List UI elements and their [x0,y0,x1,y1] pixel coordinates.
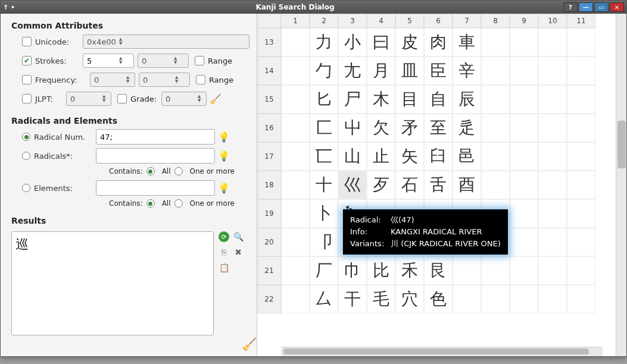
radical-cell[interactable]: 比 [367,256,395,285]
jlpt-checkbox[interactable] [22,94,32,103]
elements-radio[interactable] [22,184,30,192]
radical-cell[interactable] [481,285,510,313]
radical-cell[interactable]: 臼 [424,142,453,171]
radical-cell[interactable]: 艮 [424,256,453,285]
radical-cell[interactable]: 邑 [453,142,481,171]
radical-cell[interactable]: 皿 [395,57,424,85]
radical-num-input[interactable] [96,129,215,145]
row-header[interactable]: 16 [257,114,281,142]
radical-cell[interactable]: 月 [367,57,395,85]
radical-cell[interactable]: 止 [367,142,395,171]
radical-cell[interactable]: 木 [367,85,395,114]
row-header[interactable]: 13 [257,28,281,57]
elements-hint-icon[interactable]: 💡 [219,181,229,194]
radical-cell[interactable] [510,85,538,114]
radical-cell[interactable] [281,85,310,114]
radical-cell[interactable]: 卜 [310,199,338,228]
strokes-spinbox[interactable]: ▲▼ [83,54,134,68]
jlpt-spinbox[interactable]: ▲▼ [66,92,111,106]
radical-cell[interactable]: 歹 [367,171,395,199]
strokes-checkbox[interactable] [22,56,32,65]
radical-cell[interactable]: 矛 [395,114,424,142]
vertical-scrollbar[interactable] [616,14,626,356]
frequency-checkbox[interactable] [22,75,32,84]
radical-cell[interactable] [281,171,310,199]
radical-cell[interactable]: 車 [453,28,481,57]
radical-cell[interactable]: 曰 [367,28,395,57]
radical-cell[interactable] [281,199,310,228]
radical-cell[interactable] [453,256,481,285]
radical-cell[interactable] [510,285,538,313]
radical-cell[interactable] [481,142,510,171]
row-header[interactable]: 19 [257,199,281,228]
radical-cell[interactable] [567,199,595,228]
radical-cell[interactable]: 山 [338,142,367,171]
radical-cell[interactable]: 辛 [453,57,481,85]
frequency-range-spinbox[interactable]: ▲▼ [139,73,190,87]
radical-cell[interactable]: 目 [395,85,424,114]
radical-cell[interactable] [281,57,310,85]
radical-cell[interactable] [510,28,538,57]
elements-all-radio[interactable] [146,199,155,208]
radical-cell[interactable]: 禾 [395,256,424,285]
radical-cell[interactable] [281,142,310,171]
radical-cell[interactable] [567,285,595,313]
radical-cell[interactable]: 穴 [395,285,424,313]
row-header[interactable]: 20 [257,228,281,256]
radical-cell[interactable] [510,114,538,142]
copy-icon[interactable]: ⎘ [219,247,229,258]
radical-cell[interactable] [538,285,567,313]
radical-cell[interactable] [538,228,567,256]
radical-cell[interactable] [481,171,510,199]
radical-cell[interactable]: 舌 [424,171,453,199]
help-button[interactable]: ? [563,2,578,12]
row-header[interactable]: 15 [257,85,281,114]
radical-cell[interactable]: 辰 [453,85,481,114]
radical-cell[interactable] [567,142,595,171]
radicals-all-radio[interactable] [146,167,155,175]
radical-cell[interactable]: 肉 [424,28,453,57]
radical-num-hint-icon[interactable]: 💡 [219,130,229,143]
radical-cell[interactable] [538,85,567,114]
clipboard-icon[interactable]: 📋 [219,262,229,273]
radical-cell[interactable]: 臣 [424,57,453,85]
radical-cell[interactable]: 巾 [338,256,367,285]
radical-cell[interactable] [281,228,310,256]
radical-cell[interactable] [481,57,510,85]
grade-spinbox[interactable]: ▲▼ [161,92,207,106]
radical-cell[interactable]: 干 [338,285,367,313]
radical-cell[interactable]: 十 [310,171,338,199]
strokes-range-checkbox[interactable] [195,56,204,65]
radical-cell[interactable] [567,57,595,85]
radical-cell[interactable] [538,28,567,57]
grade-checkbox[interactable] [117,94,127,103]
radicals-radio[interactable] [22,152,30,160]
radical-cell[interactable]: 巛 [338,171,367,199]
radical-cell[interactable] [510,228,538,256]
radical-cell[interactable] [510,256,538,285]
radical-cell[interactable]: 尸 [338,85,367,114]
close-button[interactable]: ✕ [610,2,624,12]
results-textarea[interactable]: 巡 [11,231,214,335]
radicals-hint-icon[interactable]: 💡 [219,149,229,162]
clear-all-icon[interactable]: 🧹 [242,337,257,352]
radical-cell[interactable] [481,256,510,285]
radical-cell[interactable] [281,285,310,313]
radical-cell[interactable] [481,85,510,114]
radical-cell[interactable]: 自 [424,85,453,114]
col-header[interactable]: 9 [510,14,538,28]
radical-cell[interactable]: 力 [310,28,338,57]
radical-num-radio[interactable] [22,133,30,141]
radical-cell[interactable] [538,171,567,199]
maximize-button[interactable]: ▭ [594,2,609,12]
radical-cell[interactable]: 石 [395,171,424,199]
radical-cell[interactable]: 欠 [367,114,395,142]
radical-cell[interactable]: 勹 [310,57,338,85]
radical-cell[interactable]: 至 [424,114,453,142]
horizontal-scrollbar[interactable] [281,347,603,356]
radical-cell[interactable] [538,256,567,285]
radical-cell[interactable]: 屮 [338,114,367,142]
clear-icon[interactable]: ✖ [233,247,244,258]
clear-common-icon[interactable]: 🧹 [210,92,221,105]
radical-cell[interactable] [510,142,538,171]
